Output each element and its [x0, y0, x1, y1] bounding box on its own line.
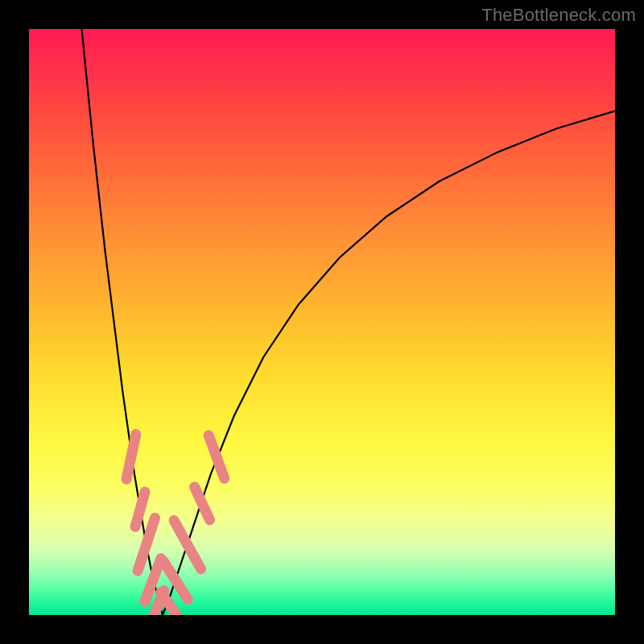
bottleneck-curve: [29, 29, 615, 615]
chart-frame: TheBottleneck.com: [0, 0, 644, 644]
watermark-text: TheBottleneck.com: [481, 5, 636, 26]
plot-area: [29, 29, 615, 615]
